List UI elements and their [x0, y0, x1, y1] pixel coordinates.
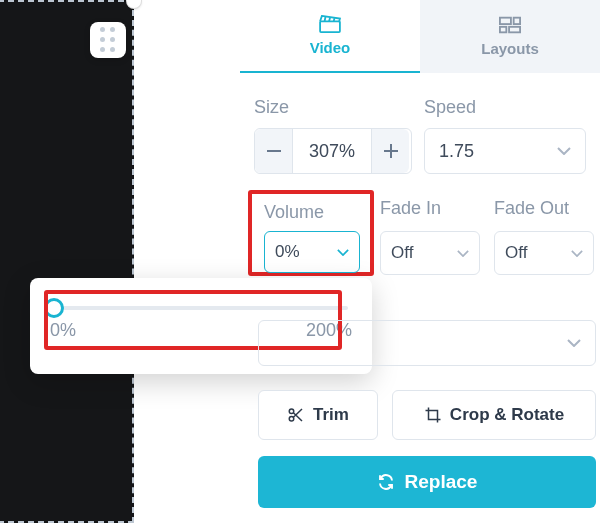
- replace-label: Replace: [405, 471, 478, 493]
- panel-tabs: Video Layouts: [240, 0, 600, 73]
- fade-out-value: Off: [505, 243, 527, 263]
- fade-in-dropdown[interactable]: Off: [380, 231, 480, 275]
- clapperboard-icon: [319, 15, 341, 33]
- chevron-down-icon: [571, 250, 583, 257]
- tab-video-label: Video: [310, 39, 351, 56]
- video-clip[interactable]: [0, 0, 134, 523]
- chevron-down-icon: [337, 249, 349, 256]
- volume-dropdown[interactable]: 0%: [264, 231, 360, 273]
- plus-icon: [384, 144, 398, 158]
- drag-handle[interactable]: [90, 22, 126, 58]
- svg-rect-0: [320, 21, 340, 32]
- crop-rotate-button[interactable]: Crop & Rotate: [392, 390, 596, 440]
- clip-resize-handle[interactable]: [127, 0, 141, 8]
- chevron-down-icon: [557, 147, 571, 155]
- size-increase-button[interactable]: [371, 129, 409, 173]
- volume-value: 0%: [275, 242, 300, 262]
- speed-value: 1.75: [439, 141, 474, 162]
- svg-rect-1: [500, 18, 511, 24]
- fade-controls: Fade In Off Fade Out Off: [380, 198, 594, 275]
- svg-point-9: [289, 417, 294, 422]
- replace-button[interactable]: Replace: [258, 456, 596, 508]
- speed-dropdown[interactable]: 1.75: [424, 128, 586, 174]
- size-stepper: 307%: [254, 128, 412, 174]
- crop-rotate-label: Crop & Rotate: [450, 405, 564, 425]
- volume-highlight: Volume 0%: [248, 190, 374, 276]
- secondary-dropdown[interactable]: [258, 320, 596, 366]
- layouts-icon: [499, 16, 521, 34]
- crop-icon: [424, 406, 442, 424]
- svg-point-8: [289, 409, 294, 414]
- trim-button[interactable]: Trim: [258, 390, 378, 440]
- chevron-down-icon: [457, 250, 469, 257]
- trim-label: Trim: [313, 405, 349, 425]
- size-label: Size: [254, 97, 412, 118]
- svg-rect-4: [509, 27, 520, 33]
- svg-rect-7: [384, 150, 398, 152]
- scissors-icon: [287, 406, 305, 424]
- svg-rect-3: [500, 27, 506, 33]
- size-decrease-button[interactable]: [255, 129, 293, 173]
- tab-layouts[interactable]: Layouts: [420, 0, 600, 73]
- fade-out-dropdown[interactable]: Off: [494, 231, 594, 275]
- tab-layouts-label: Layouts: [481, 40, 539, 57]
- fade-out-label: Fade Out: [494, 198, 594, 219]
- svg-rect-5: [267, 150, 281, 152]
- replace-icon: [377, 473, 395, 491]
- fade-in-value: Off: [391, 243, 413, 263]
- fade-in-label: Fade In: [380, 198, 480, 219]
- minus-icon: [267, 150, 281, 152]
- action-buttons-row: Trim Crop & Rotate: [258, 390, 596, 440]
- speed-label: Speed: [424, 97, 586, 118]
- canvas-area: [0, 0, 234, 523]
- chevron-down-icon: [567, 339, 581, 347]
- volume-label: Volume: [264, 202, 360, 223]
- size-value[interactable]: 307%: [293, 141, 371, 162]
- svg-rect-2: [514, 18, 520, 24]
- tab-video[interactable]: Video: [240, 0, 420, 73]
